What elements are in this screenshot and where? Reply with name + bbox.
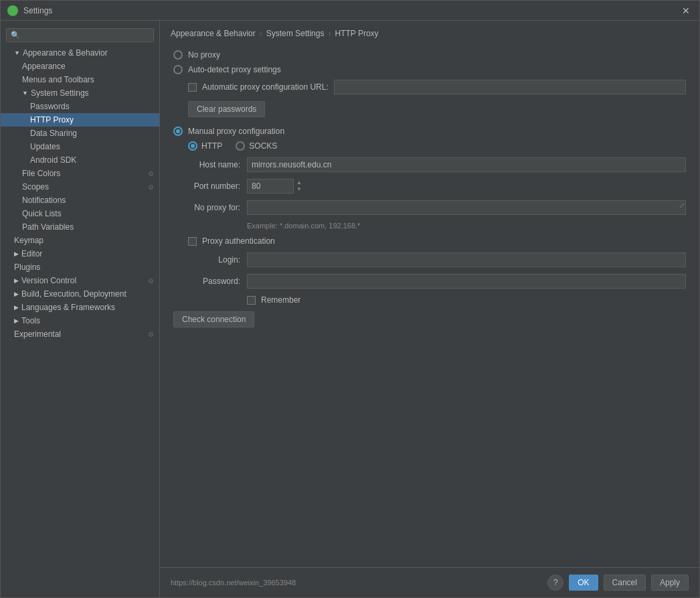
- help-button[interactable]: ?: [547, 575, 563, 591]
- sidebar-item-system-settings[interactable]: ▼ System Settings: [1, 86, 159, 100]
- sidebar-item-label: Editor: [21, 249, 42, 258]
- close-button[interactable]: ✕: [679, 4, 693, 17]
- no-proxy-hint: Example: *.domain.com, 192.168.*: [247, 222, 686, 230]
- no-proxy-for-label: No proxy for:: [173, 203, 247, 212]
- settings-icon: ⚙: [148, 277, 154, 285]
- proxy-auth-row[interactable]: Proxy authentication: [188, 236, 686, 246]
- expand-button[interactable]: ⤢: [679, 202, 685, 209]
- protocol-row: HTTP SOCKS: [188, 141, 686, 151]
- settings-icon: ⚙: [148, 331, 154, 338]
- port-container: ▲ ▼: [247, 179, 303, 194]
- sidebar-item-passwords[interactable]: Passwords: [1, 100, 159, 113]
- proxy-auth-checkbox[interactable]: [188, 237, 197, 246]
- sidebar-item-label: Version Control: [21, 276, 76, 285]
- sidebar-item-quick-lists[interactable]: Quick Lists: [1, 207, 159, 220]
- password-label: Password:: [173, 277, 247, 286]
- apply-button[interactable]: Apply: [651, 575, 689, 591]
- password-row: Password:: [173, 274, 686, 289]
- manual-proxy-label: Manual proxy configuration: [188, 127, 284, 136]
- remember-label: Remember: [261, 295, 300, 305]
- auto-detect-radio[interactable]: [173, 65, 183, 74]
- manual-proxy-radio[interactable]: [173, 127, 183, 136]
- no-proxy-label: No proxy: [188, 50, 220, 60]
- password-input[interactable]: [247, 274, 686, 289]
- http-radio[interactable]: [188, 141, 197, 151]
- sidebar-item-plugins[interactable]: Plugins: [1, 260, 159, 274]
- no-proxy-radio[interactable]: [173, 50, 183, 60]
- expand-arrow: ▶: [14, 277, 19, 284]
- remember-checkbox[interactable]: [247, 296, 256, 305]
- login-label: Login:: [173, 255, 247, 265]
- clear-passwords-button[interactable]: Clear passwords: [188, 101, 265, 117]
- breadcrumb-part-2: System Settings: [266, 29, 325, 38]
- sidebar-item-appearance[interactable]: Appearance: [1, 60, 159, 73]
- sidebar-item-http-proxy[interactable]: HTTP Proxy: [1, 113, 159, 127]
- sidebar-item-label: System Settings: [31, 88, 89, 98]
- search-box[interactable]: 🔍: [6, 28, 154, 42]
- sidebar-item-data-sharing[interactable]: Data Sharing: [1, 127, 159, 140]
- expand-arrow: ▶: [14, 317, 19, 324]
- manual-proxy-row[interactable]: Manual proxy configuration: [173, 127, 686, 136]
- host-name-input[interactable]: [247, 157, 686, 172]
- expand-arrow: ▶: [14, 250, 19, 257]
- proxy-auth-label: Proxy authentication: [202, 236, 275, 246]
- socks-protocol-option[interactable]: SOCKS: [236, 141, 277, 151]
- sidebar-item-editor[interactable]: ▶ Editor: [1, 247, 159, 260]
- auto-config-url-checkbox[interactable]: [188, 83, 197, 92]
- port-down-arrow[interactable]: ▼: [295, 186, 303, 193]
- port-up-arrow[interactable]: ▲: [295, 179, 303, 186]
- login-input[interactable]: [247, 252, 686, 267]
- sidebar-item-label: Languages & Frameworks: [21, 303, 115, 312]
- auto-config-block: Automatic proxy configuration URL: Clear…: [188, 80, 686, 117]
- sidebar-item-file-colors[interactable]: File Colors ⚙: [1, 167, 159, 180]
- no-proxy-for-container: ⤢: [247, 200, 686, 215]
- main-panel: Appearance & Behavior › System Settings …: [160, 21, 699, 597]
- check-connection-button[interactable]: Check connection: [173, 311, 254, 327]
- host-name-row: Host name:: [173, 157, 686, 172]
- sidebar-item-experimental[interactable]: Experimental ⚙: [1, 327, 159, 341]
- remember-row[interactable]: Remember: [247, 295, 686, 305]
- sidebar-item-version-control[interactable]: ▶ Version Control ⚙: [1, 274, 159, 287]
- http-protocol-option[interactable]: HTTP: [188, 141, 222, 151]
- host-name-label: Host name:: [173, 160, 247, 169]
- breadcrumb-part-3: HTTP Proxy: [335, 29, 378, 38]
- ok-button[interactable]: OK: [569, 575, 598, 591]
- breadcrumb-sep-1: ›: [260, 29, 262, 38]
- port-number-input[interactable]: [247, 179, 294, 194]
- url-display: https://blog.csdn.net/weixin_39653948: [171, 579, 296, 587]
- sidebar-item-path-variables[interactable]: Path Variables: [1, 220, 159, 234]
- socks-radio[interactable]: [236, 141, 245, 151]
- sidebar-item-android-sdk[interactable]: Android SDK: [1, 153, 159, 167]
- no-proxy-row[interactable]: No proxy: [173, 50, 686, 60]
- no-proxy-for-input[interactable]: [247, 200, 686, 215]
- sidebar-item-languages-frameworks[interactable]: ▶ Languages & Frameworks: [1, 301, 159, 314]
- cancel-button[interactable]: Cancel: [604, 575, 646, 591]
- search-icon: 🔍: [11, 31, 20, 40]
- sidebar-item-updates[interactable]: Updates: [1, 140, 159, 153]
- http-label: HTTP: [201, 141, 222, 151]
- settings-icon: ⚙: [148, 170, 154, 177]
- main-content-area: 🔍 ▼ Appearance & Behavior Appearance Men…: [1, 21, 699, 597]
- no-proxy-for-row: No proxy for: ⤢: [173, 200, 686, 215]
- expand-arrow: ▼: [14, 50, 20, 56]
- auto-config-url-input[interactable]: [334, 80, 686, 94]
- check-connection-container: Check connection: [173, 311, 686, 327]
- sidebar-item-keymap[interactable]: Keymap: [1, 234, 159, 247]
- sidebar-item-menus-toolbars[interactable]: Menus and Toolbars: [1, 73, 159, 86]
- expand-arrow: ▶: [14, 291, 19, 297]
- settings-window: Settings ✕ 🔍 ▼ Appearance & Behavior App…: [0, 0, 700, 598]
- port-number-label: Port number:: [173, 181, 247, 191]
- sidebar-item-notifications[interactable]: Notifications: [1, 194, 159, 207]
- app-icon: [7, 5, 18, 16]
- auto-config-url-label: Automatic proxy configuration URL:: [202, 82, 329, 92]
- sidebar-item-tools[interactable]: ▶ Tools: [1, 314, 159, 327]
- sidebar-item-label: Appearance & Behavior: [23, 48, 108, 58]
- port-number-row: Port number: ▲ ▼: [173, 179, 686, 194]
- sidebar-item-label: Build, Execution, Deployment: [21, 289, 126, 299]
- auto-detect-row[interactable]: Auto-detect proxy settings: [173, 65, 686, 74]
- port-spinner[interactable]: ▲ ▼: [295, 179, 303, 193]
- sidebar-item-build-execution[interactable]: ▶ Build, Execution, Deployment: [1, 287, 159, 301]
- sidebar-item-appearance-behavior[interactable]: ▼ Appearance & Behavior: [1, 46, 159, 60]
- sidebar-item-scopes[interactable]: Scopes ⚙: [1, 180, 159, 194]
- settings-icon: ⚙: [148, 183, 154, 191]
